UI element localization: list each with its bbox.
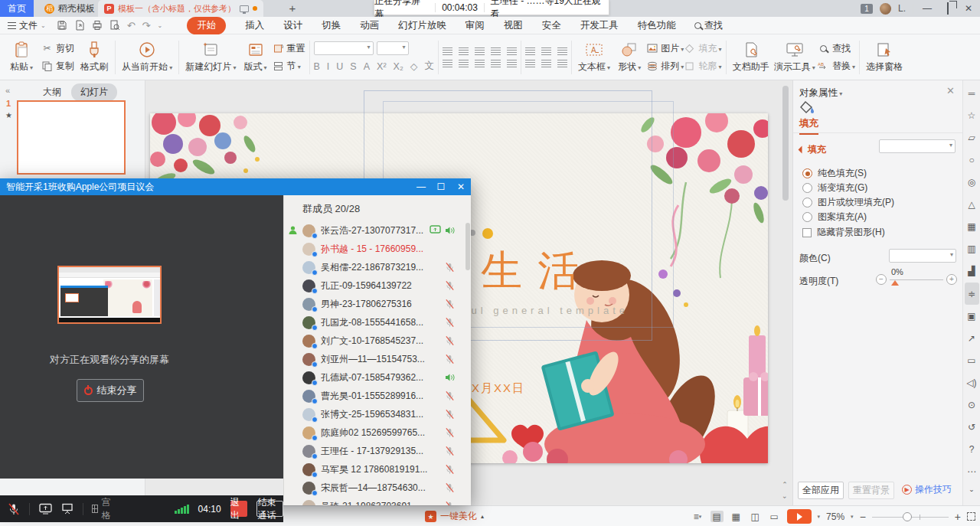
刘广文-10-1768545237...[interactable]: 刘广文-10-1768545237...: [284, 332, 471, 350]
align-right-icon[interactable]: [475, 60, 485, 67]
fill-mode-option[interactable]: 纯色填充(S): [802, 167, 867, 180]
slide-date[interactable]: X月XX日: [472, 381, 525, 396]
text-direction-icon[interactable]: [525, 47, 535, 55]
bullets-icon[interactable]: [443, 47, 452, 55]
exit-button[interactable]: 退出: [230, 501, 248, 517]
ribbon-tab[interactable]: 审阅: [466, 19, 485, 32]
reset-button[interactable]: 重置: [273, 42, 305, 55]
zoom-slider-knob[interactable]: [903, 512, 912, 521]
slideshow-play-button[interactable]: [787, 509, 812, 524]
columns-icon[interactable]: [557, 47, 567, 55]
notes-toggle-icon[interactable]: ≡▾: [691, 511, 704, 522]
fit-to-window-icon[interactable]: [967, 512, 975, 521]
member-list-scrollbar[interactable]: [466, 223, 470, 270]
reset-background-button[interactable]: 重置背景: [848, 482, 894, 499]
print-button[interactable]: [92, 20, 103, 31]
zoom-slider[interactable]: [872, 511, 949, 522]
previous-slide-button[interactable]: ⌃: [782, 481, 788, 488]
panel-title[interactable]: 对象属性: [799, 87, 842, 100]
ribbon-tab[interactable]: 安全: [542, 19, 561, 32]
screen-share-preview[interactable]: [57, 266, 162, 324]
panel-close-icon[interactable]: ✕: [946, 85, 955, 96]
home-tab[interactable]: 首页: [0, 0, 34, 17]
outline-button[interactable]: 轮廓: [684, 60, 721, 73]
cut-button[interactable]: ✂剪切: [41, 42, 74, 55]
doc-assistant-button[interactable]: 文档助手: [730, 40, 772, 75]
王理任 - 17-137929135...[interactable]: 王理任 - 17-137929135...: [284, 442, 471, 460]
张云浩-27-1307077317...[interactable]: 张云浩-27-1307077317...: [284, 221, 471, 240]
strip-medal-icon[interactable]: ◎: [965, 171, 979, 193]
孙书越 - 15 - 17660959...[interactable]: 孙书越 - 15 - 17660959...: [284, 240, 471, 258]
replace-button[interactable]: AB替换: [818, 60, 855, 73]
format-toggle[interactable]: I: [327, 61, 329, 72]
align-center-icon[interactable]: [459, 60, 469, 67]
曹光昊-01-1555289916...[interactable]: 曹光昊-01-1555289916...: [284, 387, 471, 405]
ribbon-tab[interactable]: 视图: [504, 19, 523, 32]
close-button[interactable]: ✕: [962, 3, 975, 14]
strip-properties-icon[interactable]: ≑: [965, 283, 979, 305]
print-preview-button[interactable]: [109, 20, 120, 31]
format-toggle[interactable]: ◇: [410, 60, 418, 72]
minimize-button[interactable]: —: [920, 3, 934, 14]
numbering-icon[interactable]: [459, 47, 469, 55]
align-justify-icon[interactable]: [491, 60, 501, 67]
strip-table-icon[interactable]: ▦: [965, 216, 979, 238]
fill-preset-select[interactable]: [879, 139, 956, 153]
fill-mode-option[interactable]: 图片或纹理填充(P): [802, 196, 894, 209]
孔国龙-08-1555441658...[interactable]: 孔国龙-08-1555441658...: [284, 313, 471, 332]
redo-button[interactable]: ↷: [142, 20, 151, 31]
孔德斌-07-1585479362...[interactable]: 孔德斌-07-1585479362...: [284, 368, 471, 387]
document-tab[interactable]: P 模板一（含小标题，仅供参考）: [98, 0, 263, 17]
layout-button[interactable]: 版式: [239, 40, 273, 75]
end-share-button[interactable]: 结束分享: [77, 379, 144, 402]
strip-export-icon[interactable]: ↗: [965, 327, 979, 349]
tips-link[interactable]: ▶操作技巧: [902, 483, 952, 496]
end-call-button[interactable]: 结束通话: [256, 501, 283, 517]
fill-section-header[interactable]: 填充: [799, 143, 826, 156]
grid-view-button[interactable]: 宫格: [92, 496, 113, 522]
para-indent-icon[interactable]: [541, 60, 551, 67]
strip-effects-icon[interactable]: ☆: [965, 104, 979, 126]
distribute-icon[interactable]: [507, 60, 517, 67]
line-spacing-icon[interactable]: [507, 47, 517, 55]
男神-23-17806275316[interactable]: 男神-23-17806275316: [284, 295, 471, 313]
canvas-scrollbar-thumb[interactable]: [782, 86, 789, 201]
strip-history-icon[interactable]: ↺: [965, 417, 979, 439]
font-size-select[interactable]: [377, 41, 409, 55]
undo-button[interactable]: ↶: [127, 20, 136, 31]
screen-sharing-bar[interactable]: 正在分享屏幕 00:04:03 王理任 - ……等19人正在观看: [374, 0, 609, 15]
meeting-close-button[interactable]: ✕: [451, 178, 471, 195]
find-menu[interactable]: 查找: [694, 19, 723, 32]
zoom-percent[interactable]: 75%: [826, 511, 844, 522]
canvas-scrollbar[interactable]: [782, 82, 789, 480]
strip-audio-icon[interactable]: ◁): [965, 371, 979, 394]
normal-view-icon[interactable]: ▤: [710, 511, 724, 522]
ribbon-tab[interactable]: 切换: [322, 19, 341, 32]
slide-sorter-icon[interactable]: ▦: [730, 511, 743, 522]
张博文-25-1596534831...[interactable]: 张博文-25-1596534831...: [284, 405, 471, 423]
font-name-select[interactable]: [314, 41, 374, 55]
strip-more-icon[interactable]: ⋯: [965, 461, 979, 483]
strip-handle-icon[interactable]: ═: [965, 82, 979, 104]
find-button[interactable]: 查找: [818, 42, 855, 55]
copy-button[interactable]: 复制: [41, 60, 74, 73]
arrange-button[interactable]: 排列: [646, 60, 684, 73]
fill-mode-option[interactable]: 图案填充(A): [802, 211, 867, 224]
mic-muted-toolbar-icon[interactable]: [8, 503, 20, 515]
transparency-decrease-button[interactable]: −: [876, 274, 887, 285]
quickbar-more-icon[interactable]: ⌄: [158, 22, 163, 29]
notification-badge[interactable]: 1: [861, 4, 873, 14]
meeting-window[interactable]: 智能开采1班收购Apple公司项目议会 — ☐ ✕ 对方正在观看你分享的屏幕 结…: [0, 178, 471, 505]
transparency-slider[interactable]: − 0% +: [876, 272, 957, 287]
collapse-panel-button[interactable]: «: [5, 86, 8, 95]
吴琦-21-19863703691[interactable]: 吴琦-21-19863703691: [284, 497, 471, 505]
fill-mode-option[interactable]: 渐变填充(G): [802, 181, 867, 194]
shapes-button[interactable]: 形状: [612, 40, 646, 75]
strip-shape-icon[interactable]: ○: [965, 149, 979, 171]
slider-handle[interactable]: [891, 280, 899, 286]
favorite-star-icon[interactable]: ★: [5, 111, 12, 119]
play-from-current-button[interactable]: 从当前开始: [119, 40, 175, 75]
format-toggle[interactable]: S: [350, 61, 356, 72]
paste-button[interactable]: 粘贴: [5, 40, 38, 75]
picture-button[interactable]: 图片: [646, 42, 684, 55]
